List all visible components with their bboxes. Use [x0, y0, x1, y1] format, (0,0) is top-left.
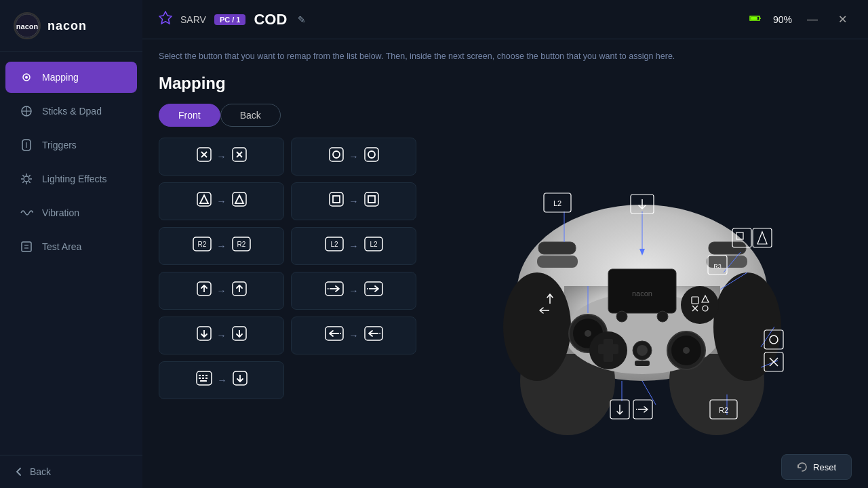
map-card-left[interactable]: → [291, 317, 416, 354]
to-symbol [232, 147, 247, 165]
sidebar-item-testarea[interactable]: Test Area [5, 231, 137, 262]
svg-text:R2: R2 [237, 241, 245, 248]
close-button[interactable]: ✕ [833, 10, 852, 29]
svg-rect-32 [365, 148, 378, 161]
testarea-icon [19, 239, 34, 254]
svg-line-111 [642, 381, 656, 405]
logo-icon: nacon [14, 12, 41, 39]
to-symbol [364, 147, 379, 165]
svg-point-9 [24, 176, 29, 182]
svg-line-14 [22, 175, 24, 176]
sidebar-item-lighting[interactable]: Lighting Effects [5, 163, 137, 195]
svg-marker-121 [757, 232, 767, 244]
sidebar-item-vibration[interactable]: Vibration [5, 197, 137, 228]
from-symbol [197, 147, 212, 165]
svg-line-17 [22, 182, 24, 183]
main-content: SARV PC / 1 COD ✎ 90% — ✕ Select the but… [142, 0, 868, 488]
svg-rect-39 [333, 196, 340, 203]
svg-rect-23 [760, 18, 761, 19]
svg-text:L2: L2 [370, 241, 378, 248]
to-symbol [232, 192, 247, 210]
reset-button[interactable]: Reset [781, 454, 852, 480]
from-symbol [197, 192, 212, 210]
tab-front[interactable]: Front [159, 104, 220, 127]
svg-rect-64 [202, 375, 204, 376]
sarv-icon [159, 11, 172, 28]
map-card-right[interactable]: → [291, 272, 416, 310]
svg-rect-66 [199, 378, 201, 379]
mapping-grid: → → [159, 138, 416, 399]
pc-badge: PC / 1 [214, 14, 246, 25]
tab-back[interactable]: Back [220, 104, 281, 127]
sidebar-item-label-vibration: Vibration [42, 207, 79, 218]
to-symbol: L2 [364, 237, 383, 255]
svg-rect-38 [330, 192, 343, 206]
sidebar-item-label-triggers: Triggers [42, 140, 77, 150]
from-symbol [329, 147, 344, 165]
logo-area: nacon nacon [0, 0, 142, 52]
sidebar-back-button[interactable]: Back [14, 466, 129, 477]
sidebar-item-mapping[interactable]: Mapping [5, 62, 137, 93]
map-card-cross[interactable]: → [159, 138, 284, 176]
sidebar-item-label-mapping: Mapping [42, 72, 79, 83]
from-symbol [197, 281, 212, 300]
svg-marker-21 [159, 12, 172, 24]
svg-rect-41 [368, 196, 375, 203]
from-symbol: R2 [193, 237, 212, 255]
svg-text:nacon: nacon [632, 289, 652, 298]
sidebar-item-label-testarea: Test Area [42, 241, 81, 252]
page-subtitle: Select the button that you want to remap… [159, 50, 852, 63]
sarv-label: SARV [180, 14, 206, 25]
map-card-keyboard-down[interactable]: → [159, 361, 284, 399]
svg-point-82 [585, 330, 591, 337]
to-symbol [364, 281, 383, 300]
map-card-down[interactable]: → [159, 317, 284, 354]
from-symbol [325, 326, 344, 344]
sidebar-item-label-lighting: Lighting Effects [42, 174, 106, 184]
to-symbol [364, 326, 383, 344]
to-symbol [233, 371, 248, 389]
svg-text:R3: R3 [713, 263, 722, 270]
sidebar-item-label-sticks: Sticks & Dpad [42, 106, 102, 117]
svg-rect-67 [202, 378, 204, 379]
page-title: Mapping [159, 74, 852, 93]
logo-text: nacon [47, 19, 87, 33]
battery-icon [749, 11, 762, 28]
controller-panel: nacon [433, 104, 852, 483]
sidebar-footer: Back [0, 455, 142, 488]
svg-point-31 [333, 151, 340, 158]
sidebar-item-triggers[interactable]: Triggers [5, 129, 137, 161]
map-card-up[interactable]: → [159, 272, 284, 310]
from-symbol [329, 192, 344, 210]
battery-percentage: 90% [773, 14, 792, 25]
reset-icon [797, 462, 808, 472]
svg-rect-88 [598, 344, 618, 354]
profile-name: COD [254, 11, 287, 28]
svg-rect-69 [200, 380, 207, 382]
minimize-button[interactable]: — [803, 10, 822, 29]
svg-rect-18 [22, 242, 31, 251]
mapping-layout: Front Back → [159, 104, 852, 483]
mapping-icon [19, 70, 34, 85]
svg-point-99 [657, 311, 668, 322]
map-card-square[interactable]: → [291, 182, 416, 220]
edit-icon[interactable]: ✎ [298, 14, 306, 25]
map-card-r2[interactable]: R2 → R2 [159, 227, 284, 265]
sidebar-back-label: Back [30, 466, 51, 477]
svg-rect-30 [330, 148, 343, 161]
svg-rect-102 [538, 242, 576, 254]
map-card-triangle[interactable]: → [159, 182, 284, 220]
svg-rect-63 [199, 375, 201, 376]
svg-marker-37 [235, 195, 243, 203]
from-symbol [325, 281, 344, 300]
to-symbol [232, 281, 247, 300]
svg-point-4 [25, 76, 28, 79]
map-card-circle[interactable]: → [291, 138, 416, 176]
svg-point-96 [637, 345, 648, 356]
svg-point-76 [503, 272, 571, 381]
from-symbol [196, 371, 212, 389]
topbar: SARV PC / 1 COD ✎ 90% — ✕ [142, 0, 868, 39]
mapping-panel: Front Back → [159, 104, 416, 483]
map-card-l2[interactable]: L2 → L2 [291, 227, 416, 265]
sidebar-item-sticks[interactable]: Sticks & Dpad [5, 96, 137, 127]
